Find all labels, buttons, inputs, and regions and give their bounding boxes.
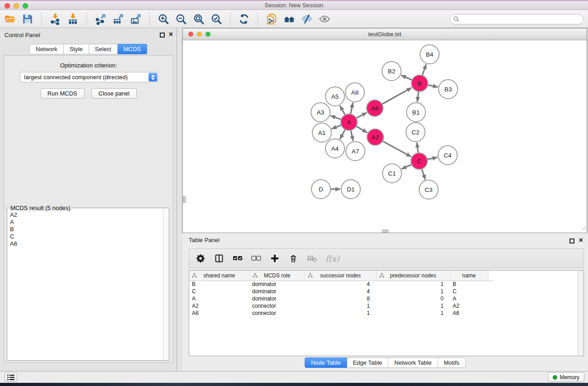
mcds-result-item[interactable]: A6 (8, 240, 163, 247)
graph-node-C[interactable]: C (411, 153, 427, 169)
delete-column-icon[interactable] (288, 253, 298, 264)
graph-edge-A-A2[interactable] (357, 126, 368, 133)
network-horizontal-scrollbar[interactable] (382, 229, 388, 233)
cell-MCDS-role[interactable]: connector (249, 302, 305, 310)
export-table-icon[interactable] (112, 13, 124, 25)
graph-edge-A6-B[interactable] (382, 88, 412, 104)
graph-node-B3[interactable]: B3 (439, 80, 458, 99)
cell-shared-name[interactable]: B (189, 281, 249, 288)
cell-predecessor-nodes[interactable]: 0 (376, 295, 450, 302)
tab-network[interactable]: Network (29, 44, 64, 54)
column-header-predecessor-nodes[interactable]: predecessor nodes (376, 271, 450, 281)
cell-MCDS-role[interactable]: dominator (249, 288, 305, 295)
cell-MCDS-role[interactable]: dominator (249, 295, 305, 302)
graph-edge-A-A3[interactable] (330, 116, 341, 119)
cell-shared-name[interactable]: A6 (189, 310, 249, 317)
graph-node-C2[interactable]: C2 (406, 123, 425, 142)
show-all-icon[interactable] (318, 13, 331, 25)
cell-predecessor-nodes[interactable]: 1 (376, 302, 450, 310)
cell-shared-name[interactable]: A2 (189, 302, 249, 310)
search-input[interactable] (449, 14, 583, 24)
tab-network-table[interactable]: Network Table (388, 357, 438, 368)
column-header-name[interactable]: name (450, 271, 488, 281)
cell-predecessor-nodes[interactable]: 1 (376, 281, 450, 288)
graph-edge-A-A5[interactable] (340, 105, 345, 114)
network-vertical-scrollbar[interactable] (183, 196, 186, 203)
import-table-icon[interactable] (67, 13, 79, 25)
graph-edge-B-B2[interactable] (401, 75, 411, 80)
table-row[interactable]: A2connector11A2 (189, 302, 493, 310)
graph-node-A6[interactable]: A6 (367, 100, 383, 116)
table-close-panel-icon[interactable]: × (579, 236, 583, 245)
mcds-result-scrollbar[interactable] (163, 208, 169, 360)
graph-node-A7[interactable]: A7 (346, 142, 365, 161)
cell-name[interactable]: A (450, 295, 488, 302)
export-network-icon[interactable] (94, 13, 107, 25)
graph-edge-A-A7[interactable] (351, 131, 353, 141)
zoom-selected-icon[interactable] (210, 13, 223, 25)
table-row[interactable]: Cdominator41C (189, 288, 493, 295)
graph-node-C1[interactable]: C1 (382, 164, 402, 183)
table-float-panel-icon[interactable] (569, 238, 574, 243)
graph-node-C4[interactable]: C4 (438, 146, 457, 165)
graph-edge-A-A1[interactable] (331, 125, 341, 129)
cell-name[interactable]: C (450, 288, 488, 295)
graph-node-D1[interactable]: D1 (341, 180, 360, 199)
cell-successor-nodes[interactable]: 1 (305, 302, 376, 310)
cell-name[interactable]: A2 (450, 302, 488, 310)
split-columns-icon[interactable] (214, 253, 224, 264)
close-panel-icon[interactable]: × (169, 30, 173, 39)
table-row[interactable]: A6connector11A6 (189, 310, 493, 317)
cell-name[interactable]: B (450, 281, 488, 288)
tab-node-table[interactable]: Node Table (305, 357, 347, 368)
task-history-button[interactable] (5, 373, 17, 382)
run-mcds-button[interactable]: Run MCDS (40, 88, 85, 99)
export-image-icon[interactable] (129, 13, 142, 25)
graph-node-B1[interactable]: B1 (406, 103, 425, 122)
cell-MCDS-role[interactable]: connector (249, 310, 305, 317)
graph-edge-C-C1[interactable] (402, 165, 411, 169)
table-scrollbar[interactable] (578, 271, 583, 356)
cell-successor-nodes[interactable]: 1 (305, 310, 376, 317)
cell-shared-name[interactable]: A (189, 295, 249, 302)
tab-style[interactable]: Style (64, 44, 89, 54)
tab-select[interactable]: Select (89, 44, 118, 54)
column-header-successor-nodes[interactable]: successor nodes (305, 271, 376, 281)
deselect-all-icon[interactable] (251, 253, 261, 264)
graph-edge-A-A6[interactable] (357, 113, 367, 118)
refresh-icon[interactable] (238, 13, 250, 25)
graph-node-A4[interactable]: A4 (325, 139, 344, 158)
cell-predecessor-nodes[interactable]: 1 (376, 310, 450, 317)
tab-mcds[interactable]: MCDS (118, 44, 147, 54)
save-session-icon[interactable] (21, 13, 34, 25)
float-panel-icon[interactable] (160, 33, 165, 38)
graph-edge-B-B1[interactable] (417, 92, 419, 102)
memory-button[interactable]: Memory (548, 372, 584, 382)
resize-grip-icon[interactable] (581, 224, 586, 232)
graph-node-A8[interactable]: A8 (345, 83, 364, 102)
hide-selected-icon[interactable] (301, 13, 313, 25)
select-all-icon[interactable] (233, 253, 243, 264)
graph-node-B4[interactable]: B4 (420, 45, 439, 64)
graph-node-C3[interactable]: C3 (419, 180, 438, 199)
mcds-result-item[interactable]: C (8, 233, 163, 240)
graph-edge-B-B4[interactable] (422, 64, 426, 75)
graph-edge-C-C4[interactable] (428, 157, 438, 160)
graph-node-A[interactable]: A (341, 114, 357, 130)
cell-successor-nodes[interactable]: 4 (305, 288, 376, 295)
table-row[interactable]: Bdominator41B (189, 281, 493, 288)
network-canvas[interactable]: B4B2BB3A5A8A6A3B1AA1C2A2A4A7C4CC1C3DD1 (183, 40, 587, 233)
close-panel-button[interactable]: Close panel (91, 88, 137, 99)
graph-edge-C-C3[interactable] (422, 169, 425, 180)
cell-MCDS-role[interactable]: dominator (249, 281, 305, 288)
table-row[interactable]: Adominator80A (189, 295, 493, 302)
mcds-result-item[interactable]: A2 (8, 211, 163, 218)
graph-node-A3[interactable]: A3 (311, 103, 330, 122)
cell-name[interactable]: A6 (450, 310, 488, 317)
optimization-criterion-select[interactable]: largest connected component (directed) (20, 72, 158, 82)
gear-icon[interactable] (196, 253, 206, 264)
cell-successor-nodes[interactable]: 8 (305, 295, 376, 302)
tab-motifs[interactable]: Motifs (438, 357, 466, 368)
graph-node-D[interactable]: D (311, 180, 330, 199)
zoom-fit-icon[interactable] (192, 13, 205, 25)
